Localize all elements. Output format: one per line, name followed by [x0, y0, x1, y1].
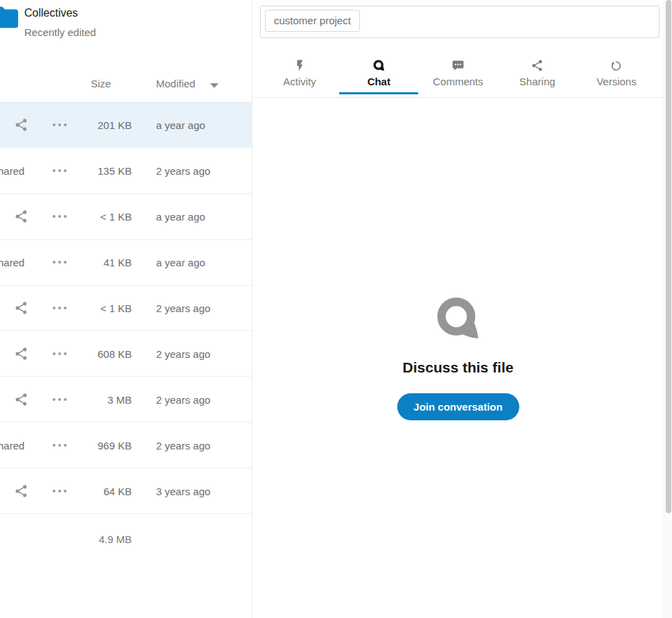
tab-sharing[interactable]: Sharing	[498, 52, 577, 94]
file-modified: a year ago	[156, 119, 205, 131]
file-modified: 3 years ago	[156, 485, 210, 497]
file-row[interactable]: Shared135 KB2 years ago	[0, 148, 252, 194]
tag-chip[interactable]: customer project	[265, 10, 360, 32]
file-size: 64 KB	[0, 485, 132, 497]
tab-label-chat: Chat	[368, 76, 390, 87]
file-modified: 2 years ago	[156, 439, 210, 451]
file-modified: 2 years ago	[156, 393, 210, 405]
file-size: 3 MB	[0, 393, 132, 405]
file-row[interactable]: 64 KB3 years ago	[0, 468, 252, 514]
file-row[interactable]: < 1 KB2 years ago	[0, 286, 252, 332]
app-window: Collectives Recently edited Size Modifie…	[0, 0, 672, 618]
talk-icon	[372, 58, 386, 72]
file-modified: a year ago	[156, 257, 205, 268]
file-modified: 2 years ago	[156, 347, 210, 359]
file-size: 201 KB	[0, 119, 132, 131]
menu-down-icon[interactable]	[210, 83, 218, 88]
tab-chat[interactable]: Chat	[339, 52, 418, 94]
restore-icon	[610, 58, 623, 72]
file-row[interactable]: Shared41 KBa year ago	[0, 240, 252, 286]
column-header-size[interactable]: Size	[91, 78, 111, 89]
tab-label-sharing: Sharing	[519, 76, 555, 87]
file-size: < 1 KB	[0, 211, 132, 223]
tab-activity[interactable]: Activity	[260, 52, 339, 94]
join-conversation-button[interactable]: Join conversation	[397, 393, 519, 420]
column-header-modified[interactable]: Modified	[156, 78, 196, 89]
scrollbar-thumb[interactable]	[666, 0, 671, 513]
breadcrumb-title[interactable]: Collectives	[24, 7, 78, 19]
file-size: < 1 KB	[0, 302, 132, 314]
file-modified: a year ago	[156, 211, 205, 223]
tab-label-activity: Activity	[283, 76, 316, 87]
details-sidebar: customer project ActivityChatCommentsSha…	[252, 0, 664, 618]
file-size: 135 KB	[0, 165, 132, 177]
file-row[interactable]: 608 KB2 years ago	[0, 331, 252, 377]
tab-versions[interactable]: Versions	[577, 52, 656, 94]
talk-logo-icon	[433, 293, 483, 344]
file-row[interactable]: 3 MB2 years ago	[0, 377, 252, 422]
file-size: 969 KB	[0, 439, 132, 451]
folder-icon	[0, 1, 21, 33]
file-modified: 2 years ago	[156, 165, 210, 177]
file-row[interactable]: 201 KBa year ago	[0, 103, 252, 148]
sidebar-tabs-bar: ActivityChatCommentsSharingVersions	[252, 52, 664, 98]
file-modified: 2 years ago	[156, 302, 210, 314]
file-size: 41 KB	[0, 257, 132, 268]
share-icon	[531, 58, 544, 72]
tags-input[interactable]: customer project	[260, 6, 660, 38]
breadcrumb-subtitle[interactable]: Recently edited	[24, 26, 96, 38]
file-list-pane: Collectives Recently edited Size Modifie…	[0, 0, 252, 618]
scrollbar-track[interactable]	[664, 0, 672, 618]
tab-label-comments: Comments	[433, 76, 483, 87]
file-rows: 201 KBa year agoShared135 KB2 years ago<…	[0, 103, 252, 514]
file-row[interactable]: Shared969 KB2 years ago	[0, 422, 252, 468]
file-row[interactable]: < 1 KBa year ago	[0, 194, 252, 240]
comment-icon	[451, 58, 465, 72]
tab-label-versions: Versions	[596, 76, 637, 87]
tab-comments[interactable]: Comments	[418, 52, 497, 94]
discuss-heading: Discuss this file	[252, 359, 664, 376]
total-size: 4.9 MB	[0, 533, 132, 545]
sidebar-tabs: ActivityChatCommentsSharingVersions	[252, 52, 664, 94]
file-size: 608 KB	[0, 347, 132, 359]
lightning-icon	[293, 58, 307, 72]
